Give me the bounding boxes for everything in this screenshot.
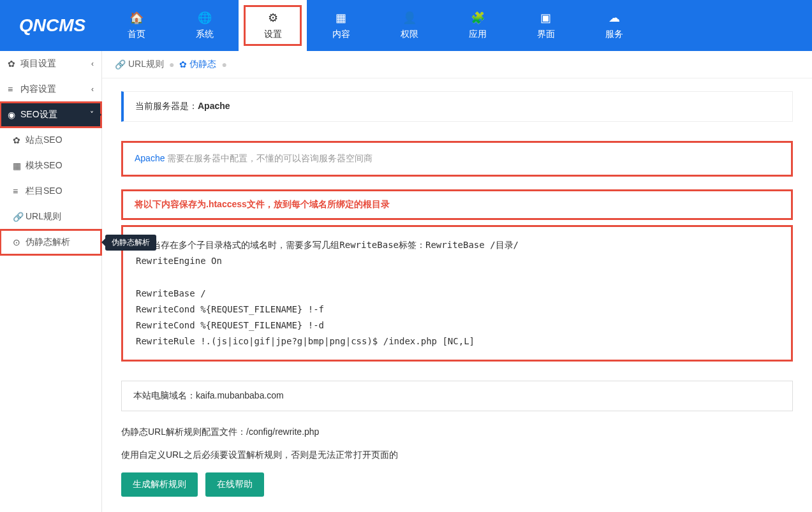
- chevron-icon: ‹: [91, 85, 94, 94]
- button-row: 生成解析规则 在线帮助: [121, 472, 793, 497]
- globe-icon: 🌐: [198, 11, 212, 25]
- breadcrumb-url-rules[interactable]: 🔗 URL规则: [115, 59, 164, 70]
- grid-icon: ▦: [336, 11, 346, 25]
- gear-icon: ⚙: [268, 11, 278, 25]
- generate-rules-button[interactable]: 生成解析规则: [121, 472, 198, 497]
- nav-label: 首页: [128, 29, 145, 40]
- top-nav: QNCMS 🏠 首页 🌐 系统 ⚙ 设置 ▦ 内容 👤 权限 🧩 应用 ▣ 界面: [0, 0, 812, 51]
- sidebar-url-rules[interactable]: 🔗 URL规则: [0, 204, 101, 230]
- chevron-down-icon: ˅: [90, 110, 94, 119]
- gear-icon: ✿: [179, 59, 187, 69]
- list-icon: ≡: [8, 84, 20, 94]
- server-name: Apache: [198, 101, 230, 111]
- home-icon: 🏠: [129, 11, 144, 25]
- tooltip: 伪静态解析: [105, 235, 156, 251]
- sidebar: ✿ 项目设置 ‹ ≡ 内容设置 ‹ ◉ SEO设置 ˅ ✿ 站点SEO ▦ 模块…: [0, 51, 102, 512]
- breadcrumb-pseudo-static[interactable]: ✿ 伪静态: [179, 59, 216, 70]
- sidebar-content-settings[interactable]: ≡ 内容设置 ‹: [0, 77, 101, 102]
- seo-icon: ◉: [8, 110, 20, 120]
- nav-settings[interactable]: ⚙ 设置: [239, 0, 307, 51]
- puzzle-icon: 🧩: [471, 11, 485, 25]
- nav-label: 内容: [332, 29, 350, 40]
- link-icon: 🔗: [115, 59, 126, 69]
- breadcrumb-label: 伪静态: [189, 59, 216, 70]
- sidebar-label: 伪静态解析: [26, 237, 94, 248]
- link-icon: 🔗: [13, 212, 26, 222]
- nav-home[interactable]: 🏠 首页: [102, 0, 170, 51]
- layout-icon: ▣: [540, 11, 551, 25]
- sidebar-site-seo[interactable]: ✿ 站点SEO: [0, 128, 101, 153]
- code-icon: ⊙: [13, 237, 26, 247]
- online-help-button[interactable]: 在线帮助: [205, 472, 264, 497]
- nav-label: 设置: [264, 29, 282, 40]
- htaccess-code[interactable]: ###当存在多个子目录格式的域名时，需要多写几组RewriteBase标签：Re…: [121, 225, 793, 362]
- nav-apps[interactable]: 🧩 应用: [443, 0, 512, 51]
- apache-label: Apache: [135, 153, 165, 163]
- nav-label: 应用: [469, 29, 487, 40]
- gear-icon: ✿: [8, 59, 20, 69]
- nav-services[interactable]: ☁ 服务: [580, 0, 648, 51]
- breadcrumb-sep: ●: [169, 59, 174, 69]
- nav-system[interactable]: 🌐 系统: [170, 0, 239, 51]
- sidebar-label: 项目设置: [20, 58, 91, 69]
- list-icon: ≡: [13, 186, 26, 196]
- logo: QNCMS: [0, 0, 102, 51]
- gear-icon: ✿: [13, 135, 26, 145]
- sidebar-label: SEO设置: [20, 109, 90, 121]
- user-icon: 👤: [402, 11, 417, 25]
- apache-note: Apache 需要在服务器中配置，不懂的可以咨询服务器空间商: [121, 141, 793, 177]
- nav-label: 服务: [605, 29, 623, 40]
- chevron-icon: ‹: [91, 59, 94, 68]
- warning-text: 将以下内容保存为.htaccess文件，放到每个域名所绑定的根目录: [121, 189, 793, 220]
- sidebar-module-seo[interactable]: ▦ 模块SEO: [0, 153, 101, 179]
- nav-label: 系统: [196, 29, 214, 40]
- sidebar-label: 站点SEO: [26, 135, 94, 146]
- main-content: 🔗 URL规则 ● ✿ 伪静态 ● 当前服务器是：Apache Apache 需…: [102, 51, 812, 512]
- breadcrumb-sep: ●: [221, 59, 226, 69]
- nav-label: 界面: [537, 29, 555, 40]
- sidebar-column-seo[interactable]: ≡ 栏目SEO: [0, 179, 101, 204]
- content-area: 当前服务器是：Apache Apache 需要在服务器中配置，不懂的可以咨询服务…: [102, 78, 812, 509]
- breadcrumb-label: URL规则: [128, 59, 164, 70]
- nav-items: 🏠 首页 🌐 系统 ⚙ 设置 ▦ 内容 👤 权限 🧩 应用 ▣ 界面 ☁: [102, 0, 812, 51]
- cloud-icon: ☁: [609, 11, 620, 25]
- nav-content[interactable]: ▦ 内容: [307, 0, 375, 51]
- custom-url-info: 使用自定义URL之后必须要设置解析规则，否则是无法正常打开页面的: [121, 450, 793, 461]
- sidebar-label: 栏目SEO: [26, 186, 94, 197]
- sidebar-label: 模块SEO: [26, 160, 94, 172]
- breadcrumb: 🔗 URL规则 ● ✿ 伪静态 ●: [102, 51, 812, 78]
- sidebar-seo-settings[interactable]: ◉ SEO设置 ˅: [0, 102, 101, 128]
- grid-icon: ▦: [13, 161, 26, 171]
- sidebar-label: URL规则: [26, 211, 94, 223]
- apache-note-text: 需要在服务器中配置，不懂的可以咨询服务器空间商: [165, 153, 373, 163]
- nav-ui[interactable]: ▣ 界面: [512, 0, 580, 51]
- container: ✿ 项目设置 ‹ ≡ 内容设置 ‹ ◉ SEO设置 ˅ ✿ 站点SEO ▦ 模块…: [0, 51, 812, 512]
- sidebar-project-settings[interactable]: ✿ 项目设置 ‹: [0, 51, 101, 77]
- server-info-prefix: 当前服务器是：: [135, 101, 198, 111]
- server-info: 当前服务器是：Apache: [121, 91, 793, 122]
- domain-info: 本站电脑域名：kaifa.mubanbaba.com: [121, 381, 793, 411]
- sidebar-label: 内容设置: [20, 84, 91, 95]
- sidebar-pseudo-static[interactable]: ⊙ 伪静态解析 伪静态解析: [0, 230, 101, 255]
- nav-permissions[interactable]: 👤 权限: [375, 0, 443, 51]
- nav-label: 权限: [401, 29, 418, 40]
- config-file-info: 伪静态URL解析规则配置文件：/config/rewrite.php: [121, 427, 793, 438]
